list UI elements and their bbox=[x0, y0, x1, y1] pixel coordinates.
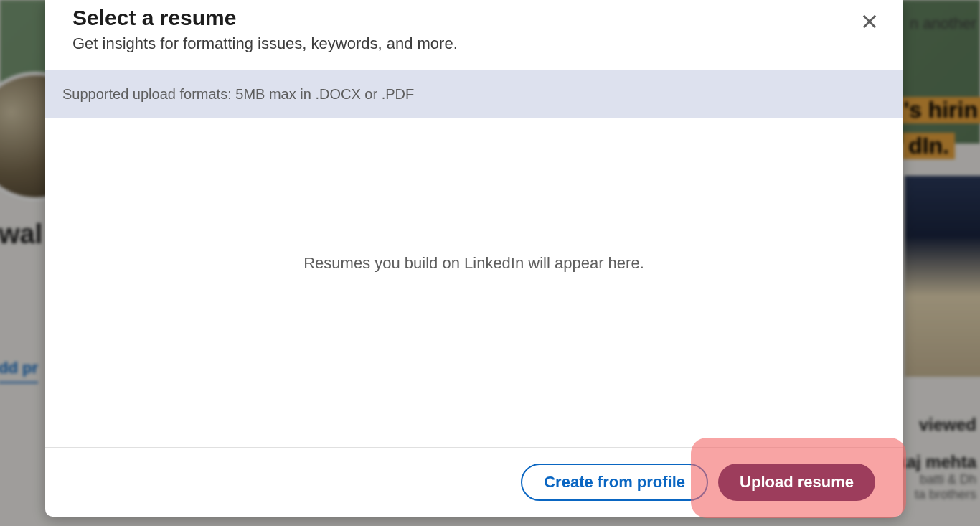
upload-resume-button[interactable]: Upload resume bbox=[718, 464, 875, 501]
modal-title: Select a resume bbox=[72, 6, 875, 30]
close-icon bbox=[859, 11, 880, 32]
modal-header: Select a resume Get insights for formatt… bbox=[45, 0, 903, 70]
select-resume-modal: Select a resume Get insights for formatt… bbox=[45, 0, 903, 517]
close-button[interactable] bbox=[855, 7, 884, 36]
modal-body: Resumes you build on LinkedIn will appea… bbox=[45, 118, 903, 447]
supported-formats-info: Supported upload formats: 5MB max in .DO… bbox=[45, 70, 903, 118]
create-from-profile-button[interactable]: Create from profile bbox=[521, 464, 708, 501]
modal-footer: Create from profile Upload resume bbox=[45, 447, 903, 517]
modal-subtitle: Get insights for formatting issues, keyw… bbox=[72, 34, 875, 53]
empty-state-message: Resumes you build on LinkedIn will appea… bbox=[303, 254, 644, 273]
